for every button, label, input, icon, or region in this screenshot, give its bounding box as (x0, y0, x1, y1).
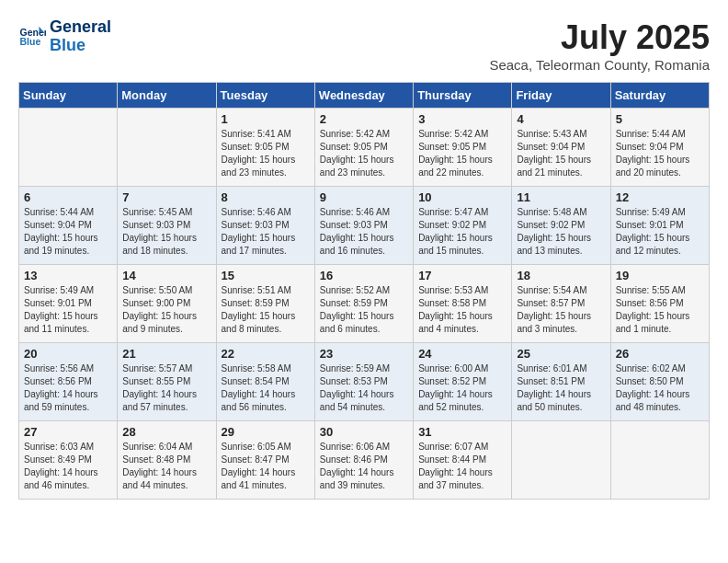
day-info: Sunrise: 5:41 AM Sunset: 9:05 PM Dayligh… (222, 128, 310, 179)
day-info: Sunrise: 5:42 AM Sunset: 9:05 PM Dayligh… (320, 128, 408, 179)
weekday-header: Tuesday (216, 83, 314, 109)
day-number: 31 (418, 425, 506, 439)
calendar-day-cell: 19Sunrise: 5:55 AM Sunset: 8:56 PM Dayli… (610, 265, 709, 343)
day-number: 14 (122, 269, 210, 282)
calendar-day-cell: 10Sunrise: 5:47 AM Sunset: 9:02 PM Dayli… (414, 187, 512, 265)
calendar-day-cell: 4Sunrise: 5:43 AM Sunset: 9:04 PM Daylig… (512, 109, 610, 187)
day-number: 21 (122, 347, 210, 361)
day-info: Sunrise: 6:05 AM Sunset: 8:47 PM Dayligh… (222, 441, 310, 492)
day-info: Sunrise: 5:46 AM Sunset: 9:03 PM Dayligh… (320, 206, 408, 258)
calendar-day-cell: 22Sunrise: 5:58 AM Sunset: 8:54 PM Dayli… (216, 343, 314, 421)
day-info: Sunrise: 5:58 AM Sunset: 8:54 PM Dayligh… (222, 362, 310, 414)
calendar-week-row: 13Sunrise: 5:49 AM Sunset: 9:01 PM Dayli… (19, 265, 710, 343)
calendar-day-cell: 16Sunrise: 5:52 AM Sunset: 8:59 PM Dayli… (314, 265, 413, 343)
day-info: Sunrise: 5:59 AM Sunset: 8:53 PM Dayligh… (320, 362, 408, 414)
day-number: 17 (418, 269, 506, 282)
calendar-table: SundayMondayTuesdayWednesdayThursdayFrid… (18, 82, 710, 500)
day-info: Sunrise: 6:02 AM Sunset: 8:50 PM Dayligh… (616, 362, 704, 414)
month-title: July 2025 (489, 18, 710, 57)
calendar-day-cell: 28Sunrise: 6:04 AM Sunset: 8:48 PM Dayli… (118, 421, 216, 500)
day-info: Sunrise: 5:52 AM Sunset: 8:59 PM Dayligh… (320, 284, 408, 336)
weekday-header-row: SundayMondayTuesdayWednesdayThursdayFrid… (19, 83, 710, 109)
svg-text:Blue: Blue (20, 36, 41, 47)
day-number: 29 (222, 425, 310, 439)
day-number: 9 (320, 190, 408, 204)
day-number: 1 (222, 112, 310, 126)
day-number: 28 (122, 425, 210, 439)
calendar-day-cell: 26Sunrise: 6:02 AM Sunset: 8:50 PM Dayli… (610, 343, 709, 421)
day-info: Sunrise: 5:45 AM Sunset: 9:03 PM Dayligh… (122, 206, 210, 258)
day-info: Sunrise: 6:01 AM Sunset: 8:51 PM Dayligh… (517, 362, 605, 414)
calendar-day-cell (19, 109, 118, 187)
calendar-day-cell: 17Sunrise: 5:53 AM Sunset: 8:58 PM Dayli… (414, 265, 512, 343)
calendar-day-cell: 20Sunrise: 5:56 AM Sunset: 8:56 PM Dayli… (19, 343, 118, 421)
day-info: Sunrise: 5:54 AM Sunset: 8:57 PM Dayligh… (517, 284, 605, 336)
logo: General Blue General Blue (18, 18, 111, 55)
day-info: Sunrise: 5:50 AM Sunset: 9:00 PM Dayligh… (122, 284, 210, 336)
calendar-day-cell: 24Sunrise: 6:00 AM Sunset: 8:52 PM Dayli… (414, 343, 512, 421)
day-number: 27 (24, 425, 112, 439)
calendar-day-cell (118, 109, 216, 187)
calendar-day-cell (512, 421, 610, 500)
calendar-day-cell: 8Sunrise: 5:46 AM Sunset: 9:03 PM Daylig… (216, 187, 314, 265)
calendar-day-cell: 7Sunrise: 5:45 AM Sunset: 9:03 PM Daylig… (118, 187, 216, 265)
day-info: Sunrise: 5:43 AM Sunset: 9:04 PM Dayligh… (517, 128, 605, 179)
calendar-day-cell: 3Sunrise: 5:42 AM Sunset: 9:05 PM Daylig… (414, 109, 512, 187)
location-subtitle: Seaca, Teleorman County, Romania (489, 57, 710, 73)
day-number: 10 (418, 190, 506, 204)
day-info: Sunrise: 5:56 AM Sunset: 8:56 PM Dayligh… (24, 362, 112, 414)
day-number: 2 (320, 112, 408, 126)
calendar-day-cell: 25Sunrise: 6:01 AM Sunset: 8:51 PM Dayli… (512, 343, 610, 421)
day-info: Sunrise: 5:47 AM Sunset: 9:02 PM Dayligh… (418, 206, 506, 258)
calendar-day-cell: 11Sunrise: 5:48 AM Sunset: 9:02 PM Dayli… (512, 187, 610, 265)
day-number: 3 (418, 112, 506, 126)
day-info: Sunrise: 5:48 AM Sunset: 9:02 PM Dayligh… (517, 206, 605, 258)
calendar-week-row: 27Sunrise: 6:03 AM Sunset: 8:49 PM Dayli… (19, 421, 710, 500)
title-block: July 2025 Seaca, Teleorman County, Roman… (489, 18, 710, 73)
calendar-week-row: 20Sunrise: 5:56 AM Sunset: 8:56 PM Dayli… (19, 343, 710, 421)
calendar-day-cell: 30Sunrise: 6:06 AM Sunset: 8:46 PM Dayli… (314, 421, 413, 500)
day-number: 24 (418, 347, 506, 361)
day-info: Sunrise: 5:49 AM Sunset: 9:01 PM Dayligh… (616, 206, 704, 258)
day-info: Sunrise: 5:51 AM Sunset: 8:59 PM Dayligh… (222, 284, 310, 336)
day-info: Sunrise: 5:55 AM Sunset: 8:56 PM Dayligh… (616, 284, 704, 336)
weekday-header: Saturday (610, 83, 709, 109)
logo-icon: General Blue (18, 23, 46, 51)
day-number: 30 (320, 425, 408, 439)
day-number: 20 (24, 347, 112, 361)
calendar-day-cell: 2Sunrise: 5:42 AM Sunset: 9:05 PM Daylig… (314, 109, 413, 187)
calendar-day-cell: 15Sunrise: 5:51 AM Sunset: 8:59 PM Dayli… (216, 265, 314, 343)
calendar-day-cell: 14Sunrise: 5:50 AM Sunset: 9:00 PM Dayli… (118, 265, 216, 343)
calendar-day-cell: 29Sunrise: 6:05 AM Sunset: 8:47 PM Dayli… (216, 421, 314, 500)
calendar-day-cell: 12Sunrise: 5:49 AM Sunset: 9:01 PM Dayli… (610, 187, 709, 265)
day-number: 12 (616, 190, 704, 204)
calendar-day-cell (610, 421, 709, 500)
day-info: Sunrise: 5:42 AM Sunset: 9:05 PM Dayligh… (418, 128, 506, 179)
day-info: Sunrise: 5:44 AM Sunset: 9:04 PM Dayligh… (24, 206, 112, 258)
day-info: Sunrise: 6:07 AM Sunset: 8:44 PM Dayligh… (418, 441, 506, 492)
calendar-day-cell: 6Sunrise: 5:44 AM Sunset: 9:04 PM Daylig… (19, 187, 118, 265)
calendar-day-cell: 9Sunrise: 5:46 AM Sunset: 9:03 PM Daylig… (314, 187, 413, 265)
day-number: 13 (24, 269, 112, 282)
day-info: Sunrise: 5:49 AM Sunset: 9:01 PM Dayligh… (24, 284, 112, 336)
weekday-header: Friday (512, 83, 610, 109)
calendar-day-cell: 27Sunrise: 6:03 AM Sunset: 8:49 PM Dayli… (19, 421, 118, 500)
calendar-day-cell: 13Sunrise: 5:49 AM Sunset: 9:01 PM Dayli… (19, 265, 118, 343)
day-number: 6 (24, 190, 112, 204)
calendar-day-cell: 18Sunrise: 5:54 AM Sunset: 8:57 PM Dayli… (512, 265, 610, 343)
day-info: Sunrise: 5:53 AM Sunset: 8:58 PM Dayligh… (418, 284, 506, 336)
page-header: General Blue General Blue July 2025 Seac… (18, 18, 710, 73)
calendar-day-cell: 21Sunrise: 5:57 AM Sunset: 8:55 PM Dayli… (118, 343, 216, 421)
day-number: 7 (122, 190, 210, 204)
logo-text: General Blue (50, 18, 111, 55)
calendar-day-cell: 23Sunrise: 5:59 AM Sunset: 8:53 PM Dayli… (314, 343, 413, 421)
day-info: Sunrise: 5:46 AM Sunset: 9:03 PM Dayligh… (222, 206, 310, 258)
day-number: 18 (517, 269, 605, 282)
weekday-header: Monday (118, 83, 216, 109)
day-number: 16 (320, 269, 408, 282)
weekday-header: Thursday (414, 83, 512, 109)
day-number: 23 (320, 347, 408, 361)
day-info: Sunrise: 6:06 AM Sunset: 8:46 PM Dayligh… (320, 441, 408, 492)
calendar-day-cell: 5Sunrise: 5:44 AM Sunset: 9:04 PM Daylig… (610, 109, 709, 187)
calendar-week-row: 6Sunrise: 5:44 AM Sunset: 9:04 PM Daylig… (19, 187, 710, 265)
